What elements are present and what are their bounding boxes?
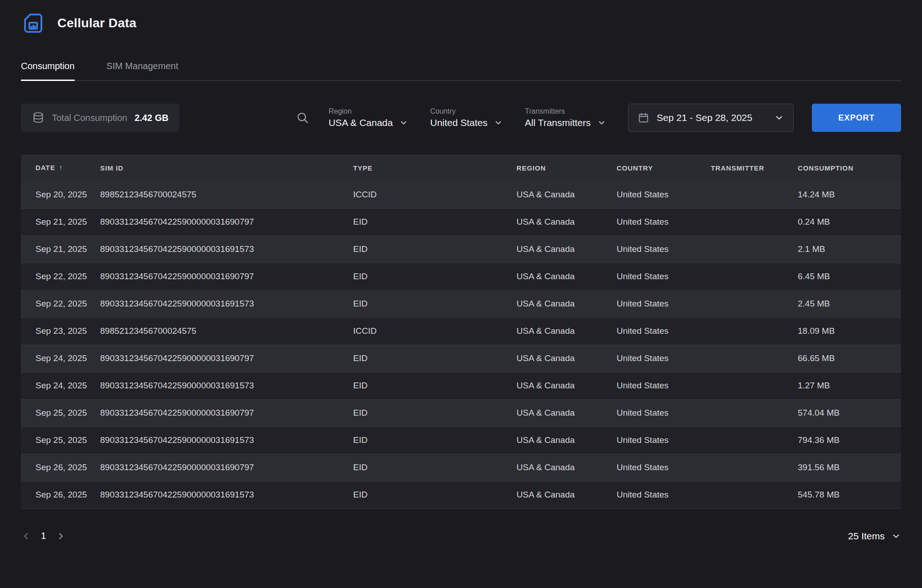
cell-type: EID <box>346 208 509 236</box>
current-page-number: 1 <box>41 531 46 541</box>
calendar-icon <box>638 112 649 124</box>
cell-date: Sep 26, 2025 <box>21 454 93 481</box>
cell-region: USA & Canada <box>509 181 609 208</box>
tab-bar: Consumption SIM Management <box>21 61 901 81</box>
cell-sim-id: 89033123456704225900000031690797 <box>93 263 346 290</box>
transmitters-filter-value: All Transmitters <box>525 117 591 128</box>
chevron-down-icon <box>399 118 408 127</box>
cell-sim-id: 89033123456704225900000031691573 <box>93 372 346 399</box>
table-row: Sep 21, 2025 890331234567042259000000316… <box>21 208 901 236</box>
cell-region: USA & Canada <box>509 317 609 345</box>
cell-transmitter <box>704 481 790 508</box>
column-header-region[interactable]: REGION <box>509 155 609 181</box>
items-per-page-value: 25 Items <box>848 531 885 542</box>
cell-consumption: 391.56 MB <box>790 454 901 481</box>
transmitters-filter-dropdown[interactable]: Transmitters All Transmitters <box>525 107 606 128</box>
cell-transmitter <box>704 454 790 481</box>
consumption-table: DATE↑ SIM ID TYPE REGION COUNTRY TRANSMI… <box>21 155 901 509</box>
export-button[interactable]: EXPORT <box>812 104 901 132</box>
cell-country: United States <box>609 481 704 508</box>
table-body: Sep 20, 2025 89852123456700024575 ICCID … <box>21 181 901 508</box>
column-header-country[interactable]: COUNTRY <box>609 155 704 181</box>
tab-sim-management[interactable]: SIM Management <box>106 61 178 80</box>
cell-region: USA & Canada <box>509 263 609 290</box>
date-range-picker[interactable]: Sep 21 - Sep 28, 2025 <box>628 104 794 132</box>
column-header-date[interactable]: DATE↑ <box>21 155 93 181</box>
cell-transmitter <box>704 317 790 345</box>
cell-country: United States <box>609 263 704 290</box>
cell-transmitter <box>704 263 790 290</box>
column-header-consumption[interactable]: CONSUMPTION <box>790 155 901 181</box>
column-header-transmitter[interactable]: TRANSMITTER <box>704 155 790 181</box>
cell-consumption: 6.45 MB <box>790 263 901 290</box>
region-filter-dropdown[interactable]: Region USA & Canada <box>329 107 408 128</box>
table-row: Sep 20, 2025 89852123456700024575 ICCID … <box>21 181 901 208</box>
cell-type: EID <box>346 236 509 263</box>
cell-country: United States <box>609 208 704 236</box>
cell-country: United States <box>609 345 704 372</box>
column-header-sim-id[interactable]: SIM ID <box>93 155 346 181</box>
database-icon <box>32 111 45 124</box>
cell-date: Sep 22, 2025 <box>21 263 93 290</box>
cell-consumption: 18.09 MB <box>790 317 901 345</box>
cell-country: United States <box>609 181 704 208</box>
region-filter-label: Region <box>329 107 408 116</box>
pagination-bar: 1 25 Items <box>21 531 901 542</box>
sim-card-icon <box>21 11 46 35</box>
cell-type: EID <box>346 263 509 290</box>
table-row: Sep 25, 2025 890331234567042259000000316… <box>21 399 901 427</box>
cell-region: USA & Canada <box>509 399 609 427</box>
page-header: Cellular Data <box>21 0 901 35</box>
total-consumption-badge: Total Consumption 2.42 GB <box>21 104 179 132</box>
cell-region: USA & Canada <box>509 290 609 317</box>
cell-transmitter <box>704 181 790 208</box>
cell-region: USA & Canada <box>509 208 609 236</box>
cell-consumption: 794.36 MB <box>790 427 901 454</box>
column-header-type[interactable]: TYPE <box>346 155 509 181</box>
cell-date: Sep 26, 2025 <box>21 481 93 508</box>
cellular-data-page: Cellular Data Consumption SIM Management… <box>0 0 922 542</box>
cell-sim-id: 89852123456700024575 <box>93 317 346 345</box>
cell-consumption: 1.27 MB <box>790 372 901 399</box>
next-page-button[interactable] <box>56 531 66 541</box>
region-filter-value: USA & Canada <box>329 117 393 128</box>
cell-transmitter <box>704 427 790 454</box>
date-range-value: Sep 21 - Sep 28, 2025 <box>657 112 752 123</box>
cell-sim-id: 89033123456704225900000031691573 <box>93 290 346 317</box>
cell-date: Sep 22, 2025 <box>21 290 93 317</box>
cell-transmitter <box>704 236 790 263</box>
chevron-down-icon <box>597 118 606 127</box>
cell-consumption: 2.1 MB <box>790 236 901 263</box>
cell-transmitter <box>704 290 790 317</box>
cell-consumption: 0.24 MB <box>790 208 901 236</box>
search-button[interactable] <box>296 111 309 125</box>
cell-transmitter <box>704 372 790 399</box>
cell-date: Sep 21, 2025 <box>21 236 93 263</box>
country-filter-dropdown[interactable]: Country United States <box>430 107 503 128</box>
tab-consumption[interactable]: Consumption <box>21 61 75 80</box>
table-header: DATE↑ SIM ID TYPE REGION COUNTRY TRANSMI… <box>21 155 901 181</box>
cell-type: EID <box>346 399 509 427</box>
table-row: Sep 21, 2025 890331234567042259000000316… <box>21 236 901 263</box>
cell-country: United States <box>609 290 704 317</box>
cell-consumption: 2.45 MB <box>790 290 901 317</box>
cell-consumption: 545.78 MB <box>790 481 901 508</box>
cell-sim-id: 89033123456704225900000031690797 <box>93 454 346 481</box>
cell-type: ICCID <box>346 317 509 345</box>
cell-type: EID <box>346 290 509 317</box>
cell-type: EID <box>346 481 509 508</box>
cell-sim-id: 89033123456704225900000031690797 <box>93 208 346 236</box>
chevron-down-icon <box>494 118 503 127</box>
previous-page-button[interactable] <box>21 531 31 541</box>
cell-date: Sep 24, 2025 <box>21 372 93 399</box>
cell-sim-id: 89852123456700024575 <box>93 181 346 208</box>
country-filter-label: Country <box>430 107 503 116</box>
cell-type: EID <box>346 454 509 481</box>
cell-country: United States <box>609 317 704 345</box>
cell-region: USA & Canada <box>509 236 609 263</box>
cell-consumption: 14.24 MB <box>790 181 901 208</box>
cell-date: Sep 21, 2025 <box>21 208 93 236</box>
cell-date: Sep 25, 2025 <box>21 399 93 427</box>
table-row: Sep 26, 2025 890331234567042259000000316… <box>21 454 901 481</box>
items-per-page-dropdown[interactable]: 25 Items <box>848 531 901 542</box>
